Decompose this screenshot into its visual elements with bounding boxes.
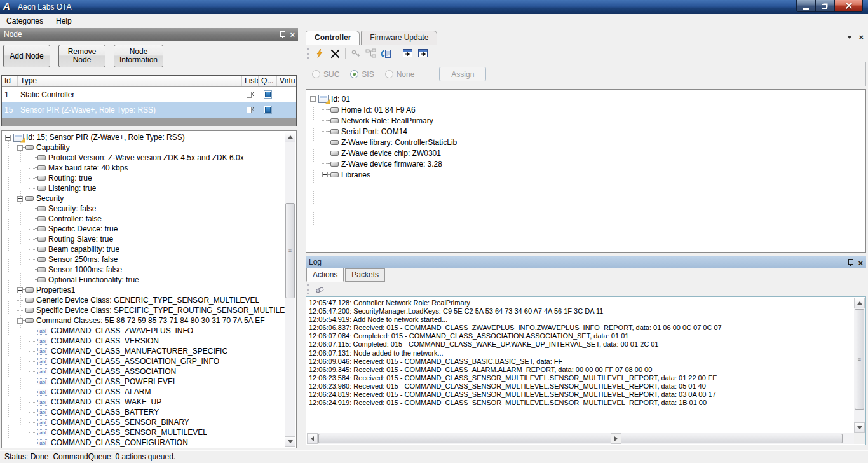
tree-expander[interactable] — [322, 172, 328, 177]
scroll-up-button[interactable] — [285, 132, 295, 142]
controller-tab[interactable]: Controller — [306, 31, 360, 45]
tree-expander[interactable] — [29, 351, 35, 352]
tree-row[interactable]: Generic Device Class: GENERIC_TYPE_SENSO… — [3, 295, 285, 305]
tree-expander[interactable] — [29, 341, 35, 342]
tree-expander[interactable] — [17, 145, 23, 151]
tree-expander[interactable] — [29, 392, 35, 392]
tree-expander[interactable] — [29, 259, 35, 260]
log-output[interactable]: 12:05:47.128: Controller Network Role: R… — [306, 296, 866, 445]
radio-button[interactable] — [312, 70, 320, 78]
node-action-button[interactable]: Remove Node — [58, 45, 105, 67]
scroll-right-button[interactable] — [611, 433, 621, 444]
tree-row[interactable]: Properties1 — [3, 285, 285, 295]
minimize-button[interactable] — [796, 0, 815, 12]
tree-row[interactable]: COMMAND_CLASS_ASSOCIATION_GRP_INFO — [3, 356, 285, 366]
lightning-icon[interactable] — [313, 47, 327, 60]
tree-expander[interactable] — [17, 196, 23, 202]
tree-expander[interactable] — [29, 229, 35, 230]
dropdown-icon[interactable] — [847, 36, 852, 41]
tree-row[interactable]: COMMAND_CLASS_VERSION — [3, 336, 285, 346]
panel-add-left-icon[interactable] — [400, 47, 414, 60]
tree-row[interactable]: Max baud rate: 40 kbps — [3, 163, 285, 173]
tree-expander[interactable] — [29, 382, 35, 382]
scroll-thumb[interactable] — [318, 434, 843, 443]
assign-button[interactable]: Assign — [439, 67, 486, 81]
tree-expander[interactable] — [17, 287, 23, 293]
tree-row[interactable]: Controller: false — [3, 214, 285, 224]
library-refresh-icon[interactable] — [379, 47, 393, 60]
tree-expander[interactable] — [29, 178, 35, 179]
menu-item[interactable]: Help — [50, 14, 78, 28]
tree-expander[interactable] — [17, 318, 23, 324]
log-tab[interactable]: Packets — [345, 268, 385, 282]
tree-expander[interactable] — [322, 163, 328, 164]
tree-row[interactable]: Security — [3, 193, 285, 204]
node-action-button[interactable]: Node Information — [114, 45, 163, 67]
tree-expander[interactable] — [29, 422, 35, 423]
scroll-up-button[interactable] — [854, 298, 865, 308]
tree-expander[interactable] — [29, 371, 35, 372]
tree-expander[interactable] — [29, 361, 35, 362]
close-button[interactable] — [834, 0, 863, 12]
tree-row[interactable]: Serial Port: COM14 — [308, 126, 864, 137]
tree-expander[interactable] — [322, 120, 328, 121]
log-horizontal-scrollbar[interactable] — [307, 433, 854, 444]
tree-expander[interactable] — [29, 249, 35, 250]
tree-row[interactable]: Home Id: 01 84 F9 A6 — [308, 104, 864, 115]
tree-row[interactable]: COMMAND_CLASS_WAKE_UP — [3, 397, 285, 407]
tree-expander[interactable] — [29, 158, 35, 158]
tree-expander[interactable] — [29, 168, 35, 169]
tree-row[interactable]: Z-Wave device chip: ZW0301 — [308, 148, 864, 158]
controller-tab[interactable]: Firmware Update — [361, 31, 437, 45]
eraser-icon[interactable] — [313, 283, 327, 296]
close-icon[interactable]: × — [290, 31, 295, 39]
close-icon[interactable]: × — [858, 259, 863, 267]
tree-row[interactable]: Specific Device: true — [3, 224, 285, 234]
table-row[interactable]: 1 Static Controller — [2, 87, 296, 102]
tree-row[interactable]: Id: 15; Sensor PIR (Z-Wave+, Role Type: … — [3, 132, 285, 142]
tree-expander[interactable] — [29, 270, 35, 270]
tree-row[interactable]: Routing Slave: true — [3, 234, 285, 244]
menu-item[interactable]: Categories — [0, 14, 50, 28]
tree-expander[interactable] — [29, 219, 35, 219]
tree-expander[interactable] — [322, 142, 328, 142]
tree-row[interactable]: Sensor 1000ms: false — [3, 265, 285, 275]
tree-row[interactable]: COMMAND_CLASS_ALARM — [3, 387, 285, 397]
delete-x-icon[interactable] — [328, 47, 342, 60]
tree-row[interactable]: Beam capability: true — [3, 244, 285, 254]
tree-expander[interactable] — [29, 331, 35, 331]
column-header-id[interactable]: Id — [2, 76, 18, 86]
tree-row[interactable]: Libraries — [308, 169, 864, 180]
scroll-down-button[interactable] — [854, 422, 865, 433]
tree-expander[interactable] — [29, 402, 35, 403]
radio-button[interactable] — [350, 70, 358, 78]
tree-expander[interactable] — [29, 412, 35, 413]
topology-icon[interactable] — [364, 47, 378, 60]
pin-icon[interactable] — [280, 31, 285, 38]
tree-expander[interactable] — [29, 280, 35, 280]
panel-add-right-icon[interactable] — [416, 47, 430, 60]
tree-row[interactable]: Sensor 250ms: false — [3, 254, 285, 265]
tree-row[interactable]: COMMAND_CLASS_SENSOR_BINARY — [3, 417, 285, 427]
tree-row[interactable]: Specific Device Class: SPECIFIC_TYPE_ROU… — [3, 305, 285, 315]
log-tab[interactable]: Actions — [306, 268, 344, 282]
tree-row[interactable]: COMMAND_CLASS_ZWAVEPLUS_INFO — [3, 326, 285, 336]
tree-row[interactable]: Security: false — [3, 204, 285, 214]
toolbar-grip[interactable] — [307, 48, 309, 59]
tree-expander[interactable] — [17, 300, 23, 301]
tree-expander[interactable] — [29, 443, 35, 443]
tree-row[interactable]: Command Classes: 5E 86 72 59 85 73 71 84… — [3, 315, 285, 326]
tree-row[interactable]: COMMAND_CLASS_SENSOR_MULTILEVEL — [3, 427, 285, 438]
scroll-down-button[interactable] — [285, 436, 295, 447]
tree-row[interactable]: Protocol Version: Z-Wave version ZDK 4.5… — [3, 153, 285, 163]
table-row[interactable]: 15 Sensor PIR (Z-Wave+, Role Type: RSS) — [2, 102, 296, 118]
tree-row[interactable]: COMMAND_CLASS_CONFIGURATION — [3, 438, 285, 447]
tree-expander[interactable] — [310, 96, 316, 102]
column-header-listening[interactable]: Liste — [242, 76, 259, 86]
toolbar-grip[interactable] — [307, 284, 309, 294]
node-tree-scrollbar[interactable] — [285, 132, 295, 447]
tree-expander[interactable] — [5, 135, 11, 141]
tree-row[interactable]: Listening: true — [3, 183, 285, 193]
close-icon[interactable]: × — [858, 33, 864, 41]
restore-button[interactable] — [815, 0, 834, 12]
